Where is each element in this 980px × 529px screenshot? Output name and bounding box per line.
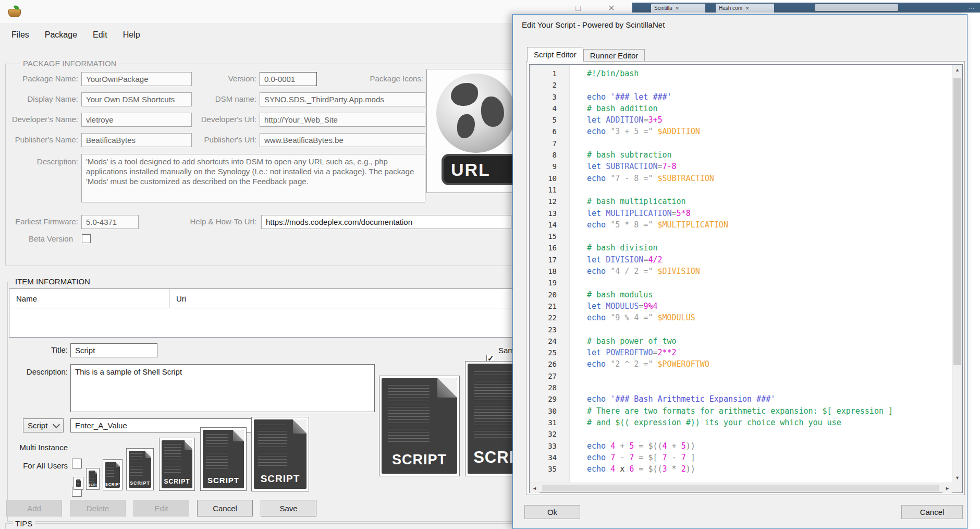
script-icon-label: SCRIPT (382, 452, 457, 468)
code-line[interactable]: 21let MODULUS=9%4 (530, 300, 952, 312)
code-line[interactable]: 26echo "2 ^ 2 =" $POWEROFTWO (530, 358, 952, 370)
code-line[interactable]: 29echo '### Bash Arithmetic Expansion ##… (530, 393, 952, 405)
earliest-firmware-input[interactable]: 5.0-4371 (81, 215, 139, 229)
tab-close-icon[interactable]: ✕ (745, 6, 750, 11)
script-file-icon: SCRIPT (162, 440, 192, 488)
description-label: Description: (0, 155, 78, 169)
code-line[interactable]: 4# bash addition (530, 103, 952, 114)
line-number: 33 (530, 440, 569, 452)
code-line[interactable]: 24# bash power of two (530, 335, 952, 347)
column-header-name[interactable]: Name (9, 289, 169, 308)
folded-corner (233, 430, 244, 441)
help-url-input[interactable]: https://mods.codeplex.com/documentation (261, 215, 511, 229)
dsm-name-label: DSM name: (172, 92, 256, 106)
description-textarea[interactable]: 'Mods' is a tool designed to add shortcu… (81, 154, 425, 202)
code-line[interactable]: 18echo "4 / 2 =" $DIVISION (530, 266, 952, 277)
version-input[interactable]: 0.0-0001 (260, 72, 317, 86)
publishers-url-input[interactable]: www.BeatificaBytes.be (260, 133, 425, 147)
code-line[interactable]: 23 (530, 324, 952, 335)
items-table[interactable]: Name Uri (9, 288, 517, 338)
ok-button[interactable]: Ok (524, 505, 580, 519)
code-line[interactable]: 22echo "9 % 4 =" $MODULUS (530, 312, 952, 323)
code-line[interactable]: 14echo "5 * 8 =" $MULTIPLICATION (530, 219, 952, 231)
save-button[interactable]: Save (261, 500, 316, 516)
globe-continent (457, 114, 475, 138)
script-icon-label: SCRIPT (254, 473, 307, 485)
code-text: let ADDITION=3+5 (569, 114, 663, 126)
cancel-button[interactable]: Cancel (197, 500, 253, 516)
code-line[interactable]: 5let ADDITION=3+5 (530, 114, 952, 126)
menu-item-package[interactable]: Package (45, 30, 77, 40)
close-button[interactable]: ✕ (606, 3, 617, 14)
developers-url-input[interactable]: http://Your_Web_Site (260, 113, 425, 127)
item-description-textarea[interactable]: This is a sample of Shell Script (70, 364, 375, 412)
browser-more-icon[interactable]: … (969, 3, 975, 10)
code-line[interactable]: 8# bash subtraction (530, 149, 952, 161)
code-line[interactable]: 7 (530, 138, 952, 149)
code-text: echo "5 * 8 =" $MULTIPLICATION (569, 219, 728, 231)
code-line[interactable]: 35echo 4 x 6 = $((3 * 2)) (530, 463, 952, 475)
package-icons-label: Package Icons: (334, 72, 423, 86)
vertical-scrollbar[interactable]: ▲ ▼ (952, 65, 962, 483)
code-line[interactable]: 20# bash modulus (530, 289, 952, 300)
help-url-label: Help & How-To Url: (172, 215, 256, 229)
type-select[interactable]: Script (23, 418, 64, 432)
scroll-right-icon[interactable]: ► (942, 483, 952, 493)
menu-item-files[interactable]: Files (11, 30, 29, 40)
code-text (569, 231, 592, 242)
dsm-name-input[interactable]: SYNO.SDS._ThirdParty.App.mods (260, 92, 425, 106)
browser-tab[interactable]: Hash com✕ (716, 4, 774, 13)
code-line[interactable]: 17let DIVISION=4/2 (530, 254, 952, 266)
code-line[interactable]: 32 (530, 428, 952, 440)
multi-instance-checkbox[interactable] (72, 459, 82, 468)
title-label: Title: (0, 343, 68, 357)
code-line[interactable]: 19 (530, 277, 952, 288)
horizontal-scroll-thumb[interactable] (542, 485, 939, 491)
browser-tab[interactable]: Scintilla✕ (651, 4, 705, 13)
tab-script-editor[interactable]: Script Editor (527, 47, 583, 62)
code-line[interactable]: 31# and $(( expression #)) its your choi… (530, 417, 952, 428)
code-line[interactable]: 9let SUBTRACTION=7-8 (530, 161, 952, 172)
globe-continent (481, 97, 504, 127)
menu-item-help[interactable]: Help (123, 30, 140, 40)
code-line[interactable]: 28 (530, 382, 952, 393)
tab-close-icon[interactable]: ✕ (675, 6, 679, 11)
code-line[interactable]: 6echo "3 + 5 =" $ADDITION (530, 126, 952, 137)
line-number: 26 (530, 358, 569, 370)
code-line[interactable]: 3echo '### let ###' (530, 91, 952, 103)
menu-item-edit[interactable]: Edit (93, 30, 107, 40)
code-line[interactable]: 25let POWEROFTWO=2**2 (530, 347, 952, 358)
code-line[interactable]: 11 (530, 184, 952, 196)
scroll-down-icon[interactable]: ▼ (952, 473, 962, 483)
code-editor[interactable]: 1#!/bin/bash2 3echo '### let ###'4# bash… (529, 64, 963, 493)
vertical-scroll-thumb[interactable] (953, 78, 961, 365)
column-header-uri[interactable]: Uri (169, 289, 513, 308)
code-line[interactable]: 16# bash division (530, 242, 952, 254)
cancel-button[interactable]: Cancel (901, 505, 963, 519)
scroll-up-icon[interactable]: ▲ (952, 65, 962, 75)
line-number: 12 (530, 196, 569, 207)
title-input[interactable]: Script (70, 343, 157, 357)
code-text: #!/bin/bash (569, 68, 639, 79)
code-line[interactable]: 30# There are two formats for arithmetic… (530, 405, 952, 417)
code-line[interactable]: 33echo 4 + 5 = $((4 + 5)) (530, 440, 952, 452)
folded-corner (145, 451, 151, 458)
maximize-button[interactable]: □ (572, 3, 584, 14)
tab-runner-editor[interactable]: Runner Editor (583, 49, 645, 62)
script-file-icon: SCRIPT (89, 471, 97, 487)
horizontal-scrollbar[interactable]: ◄ ► (530, 483, 952, 492)
code-line[interactable]: 2 (530, 79, 952, 91)
code-text: echo 4 + 5 = $((4 + 5)) (569, 440, 695, 452)
script-icon-label: SCRIPT (129, 480, 151, 486)
code-line[interactable]: 13let MULTIPLICATION=5*8 (530, 208, 952, 219)
beta-version-checkbox[interactable] (82, 234, 91, 243)
code-line[interactable]: 27 (530, 370, 952, 382)
code-line[interactable]: 15 (530, 231, 952, 242)
code-line[interactable]: 12# bash multiplication (530, 196, 952, 207)
code-line[interactable]: 34echo 7 - 7 = $[ 7 - 7 ] (530, 452, 952, 463)
code-line[interactable]: 10echo "7 - 8 =" $SUBTRACTION (530, 173, 952, 184)
code-line[interactable]: 1#!/bin/bash (530, 68, 952, 79)
scroll-left-icon[interactable]: ◄ (530, 483, 540, 493)
code-view[interactable]: 1#!/bin/bash2 3echo '### let ###'4# bash… (530, 65, 952, 486)
browser-search-box[interactable] (815, 4, 898, 11)
